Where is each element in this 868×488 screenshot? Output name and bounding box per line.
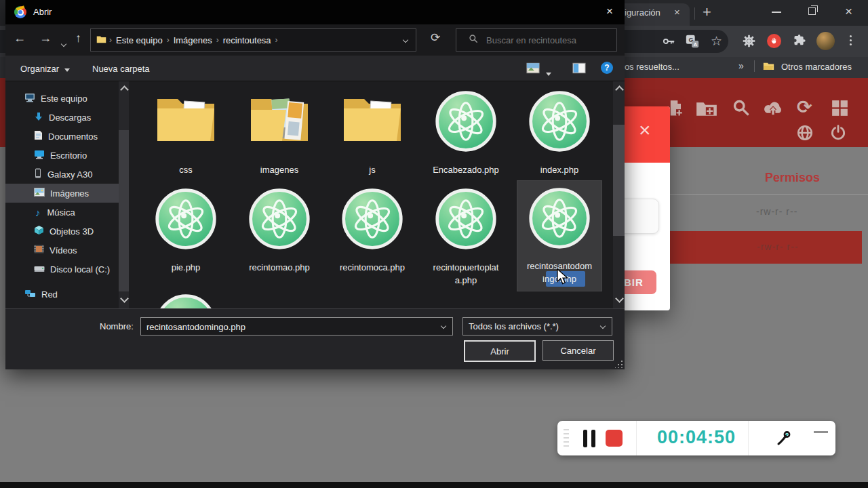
up-icon[interactable]: ↑ (75, 31, 81, 45)
file-label: pie.php (145, 261, 226, 274)
bookmark-star-icon[interactable]: ☆ (711, 33, 722, 49)
chrome-logo-icon (14, 6, 26, 18)
pause-button[interactable] (583, 430, 597, 447)
browser-menu-icon[interactable] (850, 35, 852, 37)
cube-icon (34, 225, 44, 237)
globe-icon[interactable] (796, 124, 814, 144)
thumbnail-view-icon[interactable] (526, 62, 540, 77)
scroll-up-icon[interactable] (615, 85, 624, 94)
modal-close-icon[interactable]: × (639, 119, 651, 142)
row-permissions: -rw-r- r-- (756, 206, 797, 217)
scroll-down-icon[interactable] (120, 294, 129, 303)
sidebar-item-galaxy-a30[interactable]: Galaxy A30 (5, 165, 123, 184)
power-icon[interactable] (829, 124, 847, 144)
puzzle-extensions-icon[interactable] (792, 34, 806, 51)
bookmarks-overflow-chevron[interactable]: » (738, 60, 744, 71)
sidebar-item-red[interactable]: Red (5, 285, 123, 304)
translate-icon[interactable]: GA (685, 34, 700, 52)
dialog-close-icon[interactable]: × (606, 5, 613, 18)
breadcrumb-item[interactable]: Imágenes (170, 35, 216, 45)
bookmark-item[interactable]: ios resueltos... (623, 62, 679, 72)
search-input[interactable] (485, 35, 610, 46)
recorder-minimize-button[interactable] (814, 431, 828, 433)
cancel-button[interactable]: Cancelar (542, 340, 614, 361)
window-minimize-button[interactable] (772, 12, 781, 13)
file-tile-encabezado[interactable]: Encabezado.php (424, 87, 508, 182)
file-tile-recintomoca[interactable]: recintomoca.php (330, 183, 414, 290)
refresh-nav-icon[interactable]: ⟳ (431, 30, 440, 45)
file-tile-recintopuertoplata[interactable]: recintopuertoplat a.php (424, 183, 508, 290)
drag-handle[interactable] (564, 429, 569, 448)
window-restore-back (811, 5, 818, 12)
scroll-up-icon[interactable] (120, 85, 129, 94)
breadcrumb-item[interactable]: Este equipo (112, 35, 167, 45)
sidebar-item-objetos-3d[interactable]: Objetos 3D (5, 222, 123, 241)
gear-extension-icon[interactable] (742, 34, 756, 51)
scrollbar-thumb[interactable] (119, 130, 129, 291)
recorder-widget[interactable]: 00:04:50 (557, 421, 835, 455)
new-folder-button[interactable]: Nueva carpeta (92, 64, 150, 74)
other-bookmarks-label[interactable]: Otros marcadores (781, 62, 852, 72)
sidebar-scrollbar[interactable] (119, 81, 129, 308)
organize-button[interactable]: Organizar (20, 64, 70, 74)
filename-input[interactable] (145, 319, 433, 336)
search-box (456, 28, 617, 52)
file-scrollbar[interactable] (613, 81, 625, 308)
recording-timer: 00:04:50 (649, 427, 744, 448)
sidebar-item-videos[interactable]: Vídeos (5, 241, 123, 260)
filename-input-wrap (140, 317, 453, 336)
refresh-icon[interactable]: ⟳ (797, 96, 812, 118)
open-button[interactable]: Abrir (464, 340, 536, 362)
preview-pane-icon[interactable] (572, 62, 586, 77)
upload-cloud-icon[interactable] (762, 99, 784, 119)
file-tile-js[interactable]: js (330, 87, 414, 182)
scroll-down-icon[interactable] (615, 294, 624, 303)
breadcrumb[interactable]: › Este equipo › Imágenes › recintoutesa … (90, 28, 416, 52)
sidebar-item-musica[interactable]: ♪ Música (5, 203, 123, 222)
dialog-sidebar: Este equipo Descargas Documentos Escrito… (5, 81, 129, 308)
download-icon (34, 112, 43, 123)
recent-locations-chevron-icon[interactable] (62, 37, 66, 49)
help-icon[interactable]: ? (601, 62, 613, 74)
new-tab-button[interactable]: + (703, 3, 711, 21)
sidebar-item-documentos[interactable]: Documentos (5, 127, 123, 146)
tab-divider (694, 7, 695, 20)
disk-icon (34, 264, 45, 274)
profile-avatar[interactable] (816, 32, 835, 50)
search-header-icon[interactable] (732, 98, 750, 119)
breadcrumb-item[interactable]: recintoutesa (219, 35, 275, 45)
bottom-strip (0, 482, 868, 488)
file-tile-partial[interactable] (144, 290, 228, 308)
mouse-cursor (555, 268, 570, 288)
view-dropdown-chevron-icon[interactable] (546, 66, 551, 79)
brush-tool-icon[interactable] (772, 428, 793, 451)
back-icon[interactable]: ← (14, 31, 26, 45)
scrollbar-thumb[interactable] (613, 125, 625, 236)
stop-button[interactable] (606, 430, 623, 447)
sidebar-item-este-equipo[interactable]: Este equipo (5, 89, 123, 108)
file-tile-css[interactable]: css (144, 87, 228, 182)
file-tile-imagenes[interactable]: imagenes (237, 87, 321, 182)
sidebar-item-disco-local[interactable]: Disco local (C:) (5, 260, 123, 279)
forward-icon[interactable]: → (39, 31, 52, 45)
sidebar-item-descargas[interactable]: Descargas (5, 108, 123, 127)
dialog-titlebar[interactable] (5, 0, 625, 24)
sidebar-item-escritorio[interactable]: Escritorio (5, 146, 123, 165)
file-tile-pie[interactable]: pie.php (144, 183, 228, 290)
permissions-header: Permisos (765, 171, 820, 185)
window-close-button[interactable]: × (845, 4, 852, 19)
sidebar-item-imagenes[interactable]: Imágenes (5, 184, 123, 203)
filetype-select[interactable]: Todos los archivos (*.*) (462, 317, 612, 336)
breadcrumb-dropdown-chevron-icon[interactable] (403, 37, 408, 43)
grid-view-icon[interactable] (831, 100, 848, 119)
file-tile-recintomao[interactable]: recintomao.php (237, 183, 321, 290)
filename-dropdown-chevron-icon[interactable] (441, 323, 446, 329)
screen: iguración × + × GA ☆ ios resueltos... » … (0, 0, 868, 488)
new-folder-icon[interactable] (696, 100, 717, 121)
adblock-hand-icon[interactable] (767, 34, 781, 48)
open-file-dialog: Abrir × ← → ↑ › Este equipo › Imágenes ›… (5, 0, 625, 369)
file-tile-index[interactable]: index.php (517, 87, 601, 182)
resize-grip[interactable] (615, 360, 623, 368)
key-icon[interactable] (662, 35, 675, 50)
tab-close-icon[interactable]: × (674, 6, 680, 18)
